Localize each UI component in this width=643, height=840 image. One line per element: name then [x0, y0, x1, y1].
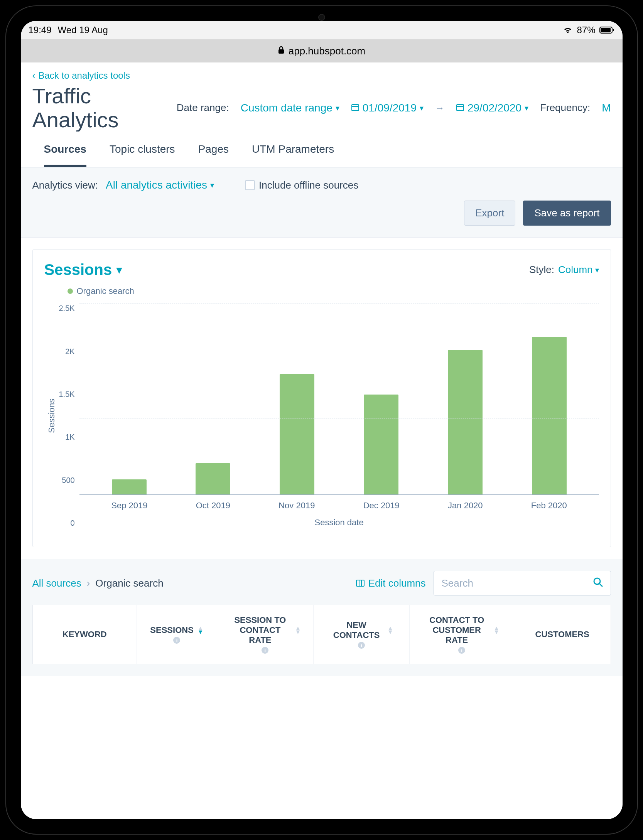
x-tick: Dec 2019	[363, 501, 400, 511]
th-sessions[interactable]: SESSIONS ▲▼ i	[137, 605, 217, 664]
search-placeholder: Search	[442, 577, 473, 589]
columns-icon	[356, 577, 365, 589]
bar-nov-2019[interactable]	[280, 374, 314, 494]
chart-plot	[79, 304, 599, 495]
date-range-value: Custom date range	[241, 102, 332, 114]
date-end-picker[interactable]: 29/02/2020 ▾	[456, 102, 528, 114]
date-start-picker[interactable]: 01/09/2019 ▾	[351, 102, 424, 114]
chevron-left-icon: ‹	[32, 70, 35, 81]
x-tick: Oct 2019	[196, 501, 230, 511]
back-link[interactable]: ‹ Back to analytics tools	[32, 70, 611, 81]
breadcrumb-current: Organic search	[95, 577, 163, 589]
chevron-down-icon: ▾	[525, 103, 528, 113]
calendar-icon	[351, 102, 359, 114]
frequency-dropdown[interactable]: M	[602, 102, 611, 114]
app-root: ‹ Back to analytics tools Traffic Analyt…	[21, 62, 623, 819]
info-icon: i	[458, 647, 465, 654]
svg-rect-2	[613, 29, 614, 31]
x-axis-label: Session date	[79, 518, 599, 528]
th-keyword[interactable]: KEYWORD	[33, 605, 137, 664]
chevron-down-icon: ▾	[595, 265, 599, 275]
frequency-value: M	[602, 102, 611, 114]
sort-icon: ▲▼	[387, 626, 393, 634]
url-host: app.hubspot.com	[289, 45, 365, 57]
date-start-value: 01/09/2019	[363, 102, 417, 114]
chevron-down-icon: ▾	[210, 180, 214, 190]
frequency-label: Frequency:	[540, 102, 590, 114]
metric-dropdown[interactable]: Sessions ▾	[44, 261, 122, 278]
svg-rect-12	[356, 580, 364, 586]
svg-rect-3	[278, 49, 284, 54]
save-as-report-button[interactable]: Save as report	[523, 201, 611, 226]
svg-rect-1	[601, 28, 611, 32]
breadcrumb: All sources › Organic search	[32, 577, 164, 589]
x-tick: Nov 2019	[278, 501, 315, 511]
svg-line-16	[599, 584, 602, 586]
sort-icon: ▲▼	[295, 626, 301, 634]
tab-utm-parameters[interactable]: UTM Parameters	[252, 143, 334, 167]
chevron-down-icon: ▾	[420, 103, 424, 113]
x-tick: Feb 2020	[531, 501, 567, 511]
style-dropdown[interactable]: Column ▾	[558, 264, 599, 276]
style-label: Style:	[529, 264, 554, 276]
edit-columns-label: Edit columns	[368, 577, 426, 589]
date-end-value: 29/02/2020	[467, 102, 521, 114]
bar-oct-2019[interactable]	[196, 463, 230, 494]
legend-series-label: Organic search	[77, 286, 134, 296]
battery-percent: 87%	[577, 25, 595, 35]
calendar-icon	[456, 102, 464, 114]
export-button[interactable]: Export	[464, 201, 515, 226]
chevron-down-icon: ▾	[116, 263, 122, 276]
back-link-label: Back to analytics tools	[39, 70, 130, 81]
style-value: Column	[558, 264, 593, 276]
y-axis-ticks: 2.5K2K1.5K1K5000	[59, 304, 79, 528]
tab-sources[interactable]: Sources	[44, 143, 87, 167]
th-label: CONTACT TO CUSTOMER RATE	[424, 615, 489, 645]
controls-bar: Analytics view: All analytics activities…	[21, 167, 623, 238]
bar-dec-2019[interactable]	[364, 395, 398, 494]
bar-sep-2019[interactable]	[112, 479, 147, 495]
th-label: NEW CONTACTS	[329, 620, 383, 640]
browser-url-bar[interactable]: app.hubspot.com	[21, 39, 623, 62]
analytics-view-value: All analytics activities	[106, 179, 207, 191]
wifi-icon	[563, 26, 573, 34]
info-icon: i	[262, 647, 268, 654]
table-header-row: KEYWORD SESSIONS ▲▼ i SESSION TO CONTACT…	[32, 605, 611, 664]
search-icon	[593, 577, 603, 590]
chart-card: Sessions ▾ Style: Column ▾ Organic searc…	[32, 249, 611, 547]
y-axis-label: Sessions	[44, 304, 59, 528]
bar-jan-2020[interactable]	[448, 350, 483, 494]
th-session-to-contact-rate[interactable]: SESSION TO CONTACT RATE ▲▼ i	[217, 605, 314, 664]
include-offline-checkbox[interactable]: Include offline sources	[245, 179, 358, 191]
th-new-contacts[interactable]: NEW CONTACTS ▲▼ i	[314, 605, 410, 664]
bar-feb-2020[interactable]	[532, 337, 567, 494]
th-label: SESSION TO CONTACT RATE	[229, 615, 291, 645]
search-input[interactable]: Search	[434, 571, 611, 595]
sort-icon: ▲▼	[493, 626, 500, 634]
tab-topic-clusters[interactable]: Topic clusters	[110, 143, 175, 167]
checkbox-icon	[245, 180, 255, 190]
camera-dot	[318, 14, 325, 21]
table-section: All sources › Organic search Edit column…	[21, 559, 623, 676]
chevron-down-icon: ▾	[336, 103, 339, 113]
info-icon: i	[358, 642, 365, 649]
date-range-label: Date range:	[177, 102, 229, 114]
th-label: KEYWORD	[62, 629, 107, 639]
analytics-view-dropdown[interactable]: All analytics activities ▾	[106, 179, 214, 191]
th-contact-to-customer-rate[interactable]: CONTACT TO CUSTOMER RATE ▲▼ i	[410, 605, 514, 664]
th-label: CUSTOMERS	[535, 629, 589, 639]
svg-rect-4	[352, 105, 359, 111]
date-range-dropdown[interactable]: Custom date range ▾	[241, 102, 339, 114]
breadcrumb-root[interactable]: All sources	[32, 577, 81, 589]
x-tick: Jan 2020	[448, 501, 483, 511]
th-customers[interactable]: CUSTOMERS	[514, 605, 611, 664]
legend-dot	[68, 288, 73, 294]
edit-columns-button[interactable]: Edit columns	[356, 577, 426, 589]
info-icon: i	[173, 637, 180, 644]
tab-pages[interactable]: Pages	[198, 143, 229, 167]
tablet-frame: 19:49 Wed 19 Aug 87% app.hubspot.com	[5, 5, 638, 835]
arrow-right-icon: →	[435, 103, 444, 113]
analytics-view-label: Analytics view:	[32, 179, 98, 191]
metric-title: Sessions	[44, 261, 112, 278]
th-label: SESSIONS	[150, 625, 193, 635]
